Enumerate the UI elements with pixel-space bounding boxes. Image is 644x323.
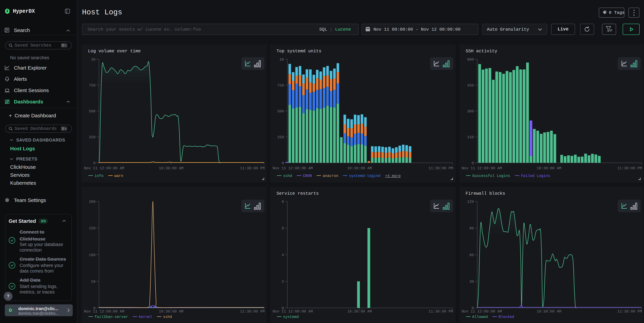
svg-text:11:30:00 PM: 11:30:00 PM [618, 309, 642, 314]
svg-text:10:30:00 AM: 10:30:00 AM [159, 166, 183, 170]
svg-text:sshd: sshd [163, 315, 172, 319]
svg-text:Nov 11 12:00:00 AM: Nov 11 12:00:00 AM [462, 166, 502, 170]
svg-text:Nov 11 12:00:00 AM: Nov 11 12:00:00 AM [462, 309, 502, 314]
svg-text:30: 30 [470, 280, 474, 284]
svg-text:10:30:00 AM: 10:30:00 AM [536, 166, 561, 170]
svg-text:Nov 11 12:00:00 AM: Nov 11 12:00:00 AM [272, 309, 313, 314]
svg-text:11:30:00 PM: 11:30:00 PM [428, 309, 453, 314]
svg-text:kernel: kernel [139, 315, 152, 319]
svg-text:Failed Logins: Failed Logins [521, 174, 550, 178]
svg-text:10:30:00 AM: 10:30:00 AM [347, 166, 372, 170]
svg-text:systemd-logind: systemd-logind [349, 174, 380, 178]
svg-text:Nov 11 12:00:00 AM: Nov 11 12:00:00 AM [84, 166, 124, 170]
svg-text:CRON: CRON [303, 174, 312, 178]
svg-text:+4 more: +4 more [385, 174, 401, 178]
svg-text:100: 100 [89, 253, 96, 257]
svg-text:0: 0 [472, 161, 474, 165]
svg-text:150: 150 [89, 226, 96, 231]
svg-text:Nov 11 12:00:00 AM: Nov 11 12:00:00 AM [272, 166, 313, 170]
svg-text:Successful Logins: Successful Logins [472, 174, 510, 178]
svg-text:10:30:00 AM: 10:30:00 AM [159, 309, 183, 314]
svg-text:Nov 11 12:00:00 AM: Nov 11 12:00:00 AM [84, 309, 124, 314]
svg-text:1K: 1K [91, 58, 96, 62]
svg-text:fail2ban-server: fail2ban-server [94, 315, 128, 319]
svg-text:SSH activity: SSH activity [466, 49, 497, 54]
svg-text:warn: warn [114, 174, 123, 178]
svg-text:8: 8 [282, 200, 284, 204]
svg-text:Top systemd units: Top systemd units [276, 49, 321, 54]
svg-text:info: info [94, 174, 104, 178]
svg-text:250: 250 [89, 135, 96, 140]
svg-text:500: 500 [89, 109, 96, 114]
svg-text:1K: 1K [280, 58, 284, 62]
svg-text:sshd: sshd [283, 174, 292, 178]
svg-text:11:30:00 PM: 11:30:00 PM [240, 309, 265, 314]
svg-text:6: 6 [282, 226, 284, 231]
svg-text:600: 600 [467, 58, 474, 62]
svg-text:450: 450 [467, 84, 474, 88]
svg-text:200: 200 [89, 200, 96, 204]
svg-text:11:30:00 PM: 11:30:00 PM [428, 166, 453, 170]
svg-text:0: 0 [282, 161, 284, 165]
svg-text:90: 90 [470, 226, 474, 231]
svg-text:11:30:00 PM: 11:30:00 PM [618, 166, 642, 170]
svg-text:10:30:00 AM: 10:30:00 AM [347, 309, 372, 314]
svg-text:anacron: anacron [323, 174, 338, 178]
svg-text:Blocked: Blocked [498, 315, 514, 319]
svg-text:Firewall blocks: Firewall blocks [466, 191, 505, 196]
svg-text:Allowed: Allowed [472, 315, 488, 319]
svg-text:K: K [65, 127, 67, 131]
svg-text:60: 60 [470, 253, 474, 257]
svg-text:500: 500 [277, 109, 284, 114]
svg-text:150: 150 [467, 135, 474, 140]
svg-text:4: 4 [282, 253, 284, 257]
svg-text:250: 250 [277, 135, 284, 140]
svg-text:750: 750 [89, 84, 96, 88]
svg-text:0: 0 [93, 161, 96, 165]
svg-text:systemd: systemd [283, 315, 299, 319]
svg-text:300: 300 [467, 109, 474, 114]
svg-text:Log volume over time: Log volume over time [88, 49, 141, 54]
svg-text:Service restarts: Service restarts [276, 191, 319, 196]
svg-text:750: 750 [277, 84, 284, 88]
svg-text:10:30:00 AM: 10:30:00 AM [536, 309, 561, 314]
svg-text:11:30:00 PM: 11:30:00 PM [240, 166, 265, 170]
svg-text:120: 120 [467, 200, 474, 204]
svg-text:K: K [65, 44, 67, 47]
svg-text:50: 50 [91, 280, 96, 284]
svg-text:2: 2 [282, 280, 284, 284]
